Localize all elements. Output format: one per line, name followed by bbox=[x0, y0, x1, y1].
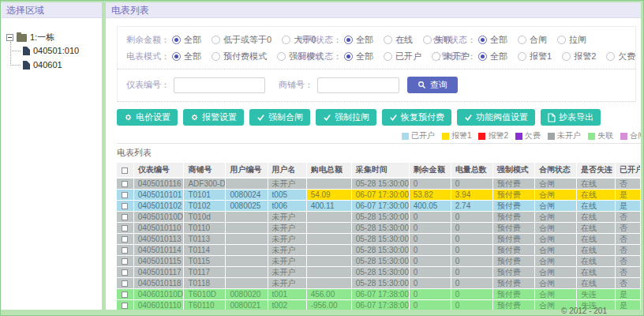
table-cell: 预付费 bbox=[492, 212, 534, 223]
shop-no-input[interactable] bbox=[317, 77, 399, 93]
tree-node-label: 040601 bbox=[33, 60, 62, 70]
column-header: 商铺号 bbox=[184, 163, 226, 178]
button-label: 报警设置 bbox=[202, 111, 237, 123]
radio-account-status-0[interactable]: 全部 bbox=[344, 51, 373, 62]
radio-icon[interactable] bbox=[384, 36, 392, 44]
radio-icon[interactable] bbox=[277, 52, 286, 61]
row-checkbox[interactable] bbox=[122, 203, 128, 209]
column-header: 购电总额 bbox=[306, 163, 351, 178]
radio-network-status-1[interactable]: 在线 bbox=[384, 34, 413, 46]
radio-icon[interactable] bbox=[172, 52, 181, 61]
row-checkbox[interactable] bbox=[122, 247, 128, 254]
radio-alarm-status-3[interactable]: 欠费 bbox=[606, 51, 635, 62]
search-button[interactable]: 查询 bbox=[407, 77, 458, 93]
table-cell: 否 bbox=[616, 278, 641, 289]
radio-icon[interactable] bbox=[518, 36, 526, 44]
gear-icon bbox=[190, 113, 199, 122]
row-checkbox-cell bbox=[117, 234, 133, 245]
region-tree: 1:一栋 040501:010 040601 bbox=[1, 18, 102, 72]
radio-meter-mode-1[interactable]: 预付费模式 bbox=[212, 51, 267, 62]
table-cell: 54.09 bbox=[306, 190, 351, 201]
radio-icon[interactable] bbox=[344, 36, 353, 44]
restore-prepaid-button[interactable]: 恢复预付费 bbox=[382, 109, 451, 126]
button-label: 抄表导出 bbox=[559, 111, 593, 123]
radio-alarm-status-2[interactable]: 报警2 bbox=[562, 51, 596, 62]
file-icon bbox=[23, 47, 30, 55]
table-cell: 合闸 bbox=[534, 234, 576, 245]
radio-alarm-status-1[interactable]: 报警1 bbox=[518, 51, 552, 62]
table-row[interactable]: 0405010110T0110未开户05-28 15:30:0000预付费合闸在… bbox=[117, 223, 641, 234]
table-cell: 未开户 bbox=[268, 256, 306, 267]
table-row[interactable]: 0405010102T01020080025t006400.1106-07 17… bbox=[117, 201, 641, 212]
table-cell: 否 bbox=[616, 178, 641, 190]
radio-account-status-1[interactable]: 已开户 bbox=[384, 51, 421, 62]
threshold-settings-button[interactable]: 功能阀值设置 bbox=[457, 109, 535, 126]
table-row[interactable]: 040601010DT6010D0080020t001456.0006-07 1… bbox=[117, 289, 641, 300]
table-row[interactable]: 0405010117T0117未开户05-28 15:30:0000预付费合闸在… bbox=[117, 267, 641, 278]
tree-node-040501[interactable]: 040501:010 bbox=[15, 43, 99, 58]
table-cell: 2.74 bbox=[451, 201, 492, 212]
tree-node-040601[interactable]: 040601 bbox=[15, 58, 99, 72]
radio-icon[interactable] bbox=[282, 36, 290, 44]
radio-icon[interactable] bbox=[557, 36, 566, 44]
radio-switch-status-2[interactable]: 拉闸 bbox=[557, 34, 586, 46]
row-checkbox[interactable] bbox=[122, 292, 128, 298]
radio-icon[interactable] bbox=[606, 52, 615, 61]
table-cell: 未开户 bbox=[268, 178, 306, 190]
radio-icon[interactable] bbox=[478, 52, 487, 61]
radio-network-status-0[interactable]: 全部 bbox=[344, 34, 373, 46]
radio-icon[interactable] bbox=[344, 52, 353, 61]
row-checkbox[interactable] bbox=[122, 225, 128, 231]
meter-no-input[interactable] bbox=[174, 77, 265, 93]
alarm-settings-button[interactable]: 报警设置 bbox=[183, 109, 244, 126]
meter-export-button[interactable]: 抄表导出 bbox=[541, 109, 601, 126]
page-title-label: 电表列表 bbox=[111, 5, 149, 16]
force-close-button[interactable]: 强制合闸 bbox=[249, 109, 310, 126]
radio-switch-status-1[interactable]: 合闸 bbox=[518, 34, 547, 46]
table-cell: 0 bbox=[409, 289, 451, 300]
table-cell: T0118 bbox=[184, 278, 226, 289]
radio-alarm-status-0[interactable]: 全部 bbox=[478, 51, 507, 62]
row-checkbox[interactable] bbox=[122, 303, 128, 309]
radio-icon[interactable] bbox=[478, 36, 487, 44]
radio-switch-status-0[interactable]: 全部 bbox=[478, 34, 507, 46]
force-open-button[interactable]: 强制拉闸 bbox=[316, 109, 376, 126]
column-header: 合闸状态 bbox=[534, 163, 576, 178]
price-settings-button[interactable]: 电价设置 bbox=[117, 109, 178, 126]
row-checkbox[interactable] bbox=[122, 236, 128, 243]
tree-root-node[interactable]: 1:一栋 bbox=[6, 31, 99, 43]
table-row[interactable]: 0405010101T01010080024t00554.0906-07 17:… bbox=[117, 190, 641, 201]
table-row[interactable]: 040501010DT010d未开户05-28 15:30:0000预付费合闸在… bbox=[117, 212, 641, 223]
file-icon bbox=[23, 61, 30, 70]
radio-meter-mode-0[interactable]: 全部 bbox=[172, 51, 201, 62]
collapse-icon[interactable] bbox=[6, 34, 13, 41]
row-checkbox[interactable] bbox=[122, 269, 128, 276]
row-checkbox[interactable] bbox=[122, 192, 128, 198]
radio-icon[interactable] bbox=[212, 36, 220, 44]
select-all-checkbox[interactable] bbox=[122, 167, 128, 174]
radio-icon[interactable] bbox=[423, 36, 432, 44]
radio-icon[interactable] bbox=[432, 52, 440, 61]
button-label: 恢复预付费 bbox=[401, 111, 444, 123]
radio-remaining-amount-1[interactable]: 低于或等于0 bbox=[212, 34, 271, 46]
radio-icon[interactable] bbox=[518, 52, 526, 61]
table-cell: 0 bbox=[451, 223, 492, 234]
table-row[interactable]: 0405010115T0115未开户05-28 15:30:0000预付费合闸在… bbox=[117, 256, 641, 267]
radio-icon[interactable] bbox=[172, 36, 181, 44]
legend-label: 已开户 bbox=[411, 130, 435, 141]
table-cell bbox=[306, 267, 351, 278]
row-checkbox[interactable] bbox=[122, 280, 128, 287]
legend-swatch bbox=[620, 133, 627, 140]
radio-icon[interactable] bbox=[562, 52, 571, 61]
table-row[interactable]: 0405010113T0113未开户05-28 15:30:0000预付费合闸在… bbox=[117, 234, 641, 245]
row-checkbox[interactable] bbox=[122, 214, 128, 220]
radio-icon[interactable] bbox=[212, 52, 220, 61]
table-row[interactable]: 0405010114T0114未开户05-28 15:30:0000预付费合闸在… bbox=[117, 245, 641, 256]
table-row[interactable]: 0405010118T0118未开户05-28 15:30:0000预付费合闸在… bbox=[117, 278, 641, 289]
legend-item: 失联 bbox=[588, 130, 613, 141]
radio-remaining-amount-0[interactable]: 全部 bbox=[172, 34, 201, 46]
table-row[interactable]: 0405010116ADF300-D 3未开户05-28 15:30:0000预… bbox=[117, 178, 641, 190]
row-checkbox[interactable] bbox=[122, 258, 128, 265]
radio-icon[interactable] bbox=[384, 52, 392, 61]
row-checkbox[interactable] bbox=[122, 181, 128, 187]
